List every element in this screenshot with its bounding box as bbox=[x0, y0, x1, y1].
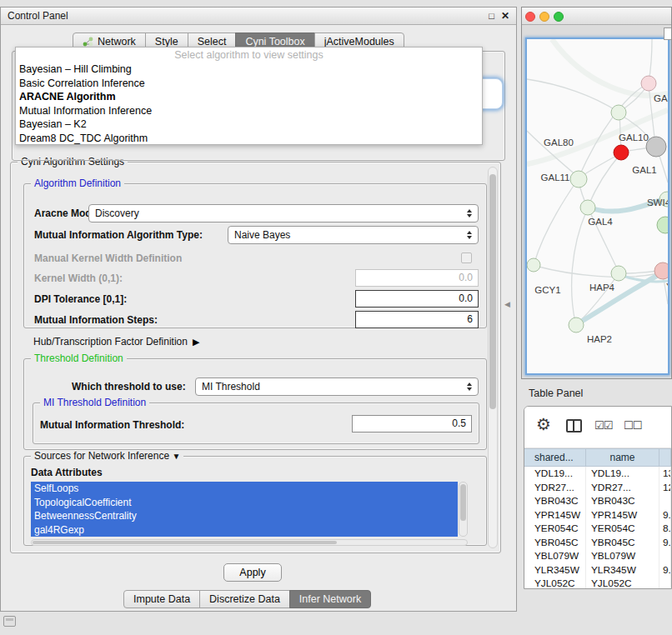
table-row[interactable]: YBL079W YBL079W bbox=[524, 549, 671, 563]
combo-arrows-icon bbox=[467, 382, 472, 391]
column-header-clipped[interactable] bbox=[659, 449, 671, 466]
table-row[interactable]: YLR345W YLR345W 9. bbox=[524, 563, 671, 578]
sources-group: Sources for Network Inference ▼ Data Att… bbox=[23, 456, 487, 546]
algorithm-definition-group: Algorithm Definition Aracne Mode: Discov… bbox=[23, 183, 487, 328]
mi-threshold-field[interactable]: 0.5 bbox=[352, 415, 472, 432]
table-panel-title: Table Panel bbox=[529, 388, 583, 399]
network-node-gal4[interactable] bbox=[580, 200, 595, 215]
dpi-tolerance-field[interactable]: 0.0 bbox=[355, 290, 479, 308]
mi-threshold-definition-group: MI Threshold Definition Mutual Informati… bbox=[33, 402, 479, 444]
node-label-swi4: SWI4 bbox=[647, 198, 668, 208]
scrollbar-thumb[interactable] bbox=[489, 174, 496, 409]
network-node[interactable] bbox=[654, 262, 668, 279]
table-row[interactable]: YPR145W YPR145W 9. bbox=[524, 508, 671, 522]
chevron-right-icon[interactable]: ▶ bbox=[193, 337, 199, 348]
tab-infer-network[interactable]: Infer Network bbox=[289, 590, 371, 608]
cell-name: YER054C bbox=[586, 522, 659, 536]
kernel-width-label: Kernel Width (0,1): bbox=[34, 269, 123, 288]
network-node-gal10[interactable] bbox=[614, 145, 629, 160]
table-body: YDL19... YDL19... 13 YDR27... YDR27... 1… bbox=[524, 467, 671, 589]
table-header: shared... name bbox=[524, 448, 671, 467]
minimized-panel-icon[interactable] bbox=[3, 616, 16, 627]
attributes-vertical-scrollbar[interactable] bbox=[459, 482, 468, 537]
network-canvas[interactable]: GAL80 GAL10 GAL11 GAL1 SWI4 GAL4 GCY1 HA… bbox=[525, 38, 669, 375]
table-row[interactable]: YDR27... YDR27... 12 bbox=[524, 481, 671, 495]
table-toolbar: ⚙ ☑☑ ☐☐ bbox=[524, 407, 671, 448]
gear-icon[interactable]: ⚙ bbox=[536, 416, 551, 432]
table-row[interactable]: YBR045C YBR045C 9. bbox=[524, 536, 671, 550]
select-all-icon[interactable]: ☑☑ bbox=[594, 419, 612, 432]
birdseye-toggle[interactable] bbox=[664, 28, 672, 40]
attribute-item[interactable]: gal4RGexp bbox=[31, 523, 458, 538]
table-row[interactable]: YER054C YER054C 8. bbox=[524, 522, 671, 536]
control-panel-titlebar[interactable]: Control Panel □ ✕ bbox=[1, 8, 516, 25]
attribute-item[interactable]: BetweennessCentrality bbox=[31, 509, 458, 523]
close-traffic-light[interactable] bbox=[525, 12, 535, 22]
tab-label: Infer Network bbox=[299, 593, 361, 605]
dropdown-item-bayesian-k2[interactable]: Bayesian – K2 bbox=[16, 118, 482, 132]
column-header-shared-name[interactable]: shared... bbox=[524, 449, 586, 466]
cell-value bbox=[659, 549, 671, 563]
attribute-item[interactable]: SelfLoops bbox=[31, 482, 458, 496]
deselect-all-icon[interactable]: ☐☐ bbox=[624, 419, 641, 432]
dropdown-item-basic-correlation[interactable]: Basic Correlation Inference bbox=[16, 77, 482, 91]
cell-name: YBL079W bbox=[586, 549, 659, 563]
tab-discretize-data[interactable]: Discretize Data bbox=[199, 590, 290, 608]
dropdown-item-bayesian-hill-climbing[interactable]: Bayesian – Hill Climbing bbox=[16, 62, 482, 77]
control-panel-window: Control Panel □ ✕ Network Style Select C… bbox=[0, 7, 517, 612]
table-row[interactable]: YBR043C YBR043C bbox=[524, 494, 671, 508]
dropdown-item-mutual-information[interactable]: Mutual Information Inference bbox=[16, 104, 482, 118]
attribute-item[interactable]: TopologicalCoefficient bbox=[31, 496, 458, 510]
node-label-gal11: GAL11 bbox=[541, 172, 570, 182]
which-threshold-select[interactable]: MI Threshold bbox=[195, 378, 479, 396]
column-header-name[interactable]: name bbox=[586, 449, 659, 466]
tab-label: Network bbox=[98, 36, 136, 48]
which-threshold-label: Which threshold to use: bbox=[72, 378, 186, 396]
group-title: Algorithm Definition bbox=[31, 178, 124, 189]
network-node[interactable] bbox=[646, 137, 666, 157]
dropdown-item-aracne[interactable]: ARACNE Algorithm bbox=[16, 90, 482, 104]
apply-button[interactable]: Apply bbox=[223, 563, 282, 582]
float-window-button[interactable]: □ bbox=[489, 8, 494, 25]
mi-threshold-label: Mutual Information Threshold: bbox=[40, 416, 184, 434]
aracne-mode-select[interactable]: Discovery bbox=[88, 204, 479, 222]
dropdown-item-dream8[interactable]: Dream8 DC_TDC Algorithm bbox=[16, 132, 482, 146]
cell-value bbox=[659, 577, 671, 589]
column-selector-icon[interactable] bbox=[566, 419, 582, 432]
cell-value: 9. bbox=[659, 508, 671, 522]
node-label-y-clipped: Y bbox=[666, 282, 668, 292]
network-node[interactable] bbox=[611, 105, 626, 120]
network-node[interactable] bbox=[641, 76, 656, 91]
minimize-traffic-light[interactable] bbox=[539, 12, 549, 22]
cyni-algorithm-settings-group: Cyni Algorithm Settings Algorithm Defini… bbox=[10, 162, 501, 553]
settings-scrollbar[interactable] bbox=[488, 167, 498, 548]
group-title: MI Threshold Definition bbox=[40, 397, 149, 408]
mi-steps-field[interactable]: 6 bbox=[355, 311, 479, 328]
table-row[interactable]: YJL052C YJL052C bbox=[524, 577, 671, 589]
chevron-down-icon[interactable]: ▼ bbox=[172, 452, 180, 461]
network-node[interactable] bbox=[611, 266, 626, 281]
tab-label: Discretize Data bbox=[209, 593, 280, 605]
tab-impute-data[interactable]: Impute Data bbox=[123, 590, 200, 608]
network-node[interactable] bbox=[657, 217, 668, 233]
table-row[interactable]: YDL19... YDL19... 13 bbox=[524, 467, 671, 481]
manual-kernel-checkbox bbox=[461, 252, 472, 263]
sources-title-text: Sources for Network Inference bbox=[34, 450, 169, 462]
group-title: Threshold Definition bbox=[31, 352, 127, 364]
attributes-horizontal-scrollbar[interactable] bbox=[31, 539, 468, 546]
network-window-titlebar[interactable] bbox=[522, 8, 671, 25]
splitter-collapse-icon[interactable]: ◀ bbox=[504, 300, 510, 308]
desktop: Control Panel □ ✕ Network Style Select C… bbox=[0, 0, 672, 635]
sources-group-title[interactable]: Sources for Network Inference ▼ bbox=[31, 450, 183, 462]
network-node-gal11[interactable] bbox=[570, 171, 587, 188]
mi-algorithm-type-select[interactable]: Naive Bayes bbox=[228, 226, 479, 244]
hub-transcription-factor-section[interactable]: Hub/Transcription Factor Definition ▶ bbox=[33, 333, 199, 350]
close-window-button[interactable]: ✕ bbox=[501, 8, 509, 25]
network-node-gcy1[interactable] bbox=[527, 258, 540, 272]
tab-label: jActiveModules bbox=[324, 36, 394, 48]
node-label-hap4: HAP4 bbox=[589, 282, 615, 292]
cell-value: 8. bbox=[659, 522, 671, 536]
dpi-tolerance-label: DPI Tolerance [0,1]: bbox=[34, 290, 127, 308]
network-node-hap2[interactable] bbox=[569, 318, 584, 332]
zoom-traffic-light[interactable] bbox=[554, 12, 564, 22]
